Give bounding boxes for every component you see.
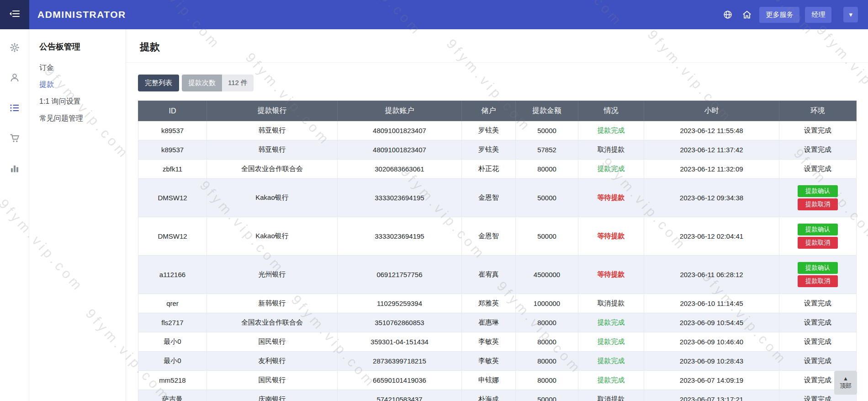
table-row: DMSW12Kakao银行3333023694195金恩智50000等待提款20… xyxy=(138,179,857,217)
cell-time: 2023-06-12 02:04:41 xyxy=(644,217,779,256)
home-icon[interactable] xyxy=(740,8,754,21)
confirm-withdraw-button[interactable]: 提款确认 xyxy=(798,185,838,197)
cell-account: 48091001823407 xyxy=(338,121,462,140)
cell-account: 574210583437 xyxy=(338,390,462,401)
cell-id: 萨吉曼 xyxy=(138,390,207,401)
cell-env: 设置完成 xyxy=(779,160,857,179)
cell-depositor: 金恩智 xyxy=(462,217,516,256)
cell-time: 2023-06-09 10:46:40 xyxy=(644,332,779,352)
sidebar-toggle-icon xyxy=(9,9,20,20)
cell-status: 取消提款 xyxy=(578,390,644,401)
cell-time: 2023-06-12 11:32:09 xyxy=(644,160,779,179)
table-row: a112166光州银行069121757756崔宥真4500000等待提款202… xyxy=(138,256,857,294)
cell-id: DMSW12 xyxy=(138,217,207,256)
cell-env: 设置完成 xyxy=(779,294,857,313)
cancel-withdraw-button[interactable]: 提款取消 xyxy=(798,275,838,287)
cell-depositor: 李敏英 xyxy=(462,352,516,371)
cell-depositor: 朴海成 xyxy=(462,390,516,401)
column-header: 环境 xyxy=(779,101,857,121)
cell-bank: Kakao银行 xyxy=(207,217,338,256)
sidebar-menu-items: 订金提款1:1 询问设置常见问题管理 xyxy=(29,59,126,127)
cell-bank: 韩亚银行 xyxy=(207,121,338,140)
sidebar-menu-title: 公告板管理 xyxy=(29,41,126,59)
cancel-withdraw-button[interactable]: 提款取消 xyxy=(798,198,838,210)
sidebar-menu: 公告板管理 订金提款1:1 询问设置常见问题管理 xyxy=(29,29,126,401)
cell-status: 提款完成 xyxy=(578,371,644,390)
cell-time: 2023-06-12 09:34:38 xyxy=(644,179,779,217)
cell-depositor: 申铉娜 xyxy=(462,371,516,390)
app-title: ADMINISTRATOR xyxy=(37,0,126,29)
cell-id: qrer xyxy=(138,294,207,313)
table-row: qrer新韩银行110295259394郑雅英1000000取消提款2023-0… xyxy=(138,294,857,313)
cell-bank: 全国农业合作联合会 xyxy=(207,313,338,332)
page-title: 提款 xyxy=(140,40,854,54)
table-row: k89537韩亚银行48091001823407罗铉美57852取消提款2023… xyxy=(138,140,857,160)
cell-env: 提款确认提款取消 xyxy=(779,217,857,256)
cell-account: 3020683663061 xyxy=(338,160,462,179)
column-header: 小时 xyxy=(644,101,779,121)
globe-icon[interactable] xyxy=(721,8,735,21)
cell-id: a112166 xyxy=(138,256,207,294)
cell-depositor: 罗铉美 xyxy=(462,121,516,140)
cell-amount: 50000 xyxy=(516,179,578,217)
cell-id: 最小0 xyxy=(138,352,207,371)
more-services-button[interactable]: 更多服务 xyxy=(759,7,799,23)
cell-account: 28736399718215 xyxy=(338,352,462,371)
cell-status: 取消提款 xyxy=(578,294,644,313)
cell-env: 设置完成 xyxy=(779,140,857,160)
cell-amount: 80000 xyxy=(516,352,578,371)
cell-time: 2023-06-07 13:17:21 xyxy=(644,390,779,401)
sidebar-item[interactable]: 常见问题管理 xyxy=(29,110,126,127)
cell-id: 最小0 xyxy=(138,332,207,352)
content-body: 完整列表 提款次数 112 件 ID提款银行提款账户储户提款金额情况小时环境 k… xyxy=(126,63,868,401)
back-to-top-button[interactable]: ▲ 顶部 xyxy=(834,371,857,395)
full-list-button[interactable]: 完整列表 xyxy=(138,75,179,91)
cell-amount: 57852 xyxy=(516,140,578,160)
cell-bank: 友利银行 xyxy=(207,352,338,371)
sidebar-item[interactable]: 订金 xyxy=(29,59,126,76)
cell-bank: 韩亚银行 xyxy=(207,140,338,160)
withdraw-count-button[interactable]: 提款次数 xyxy=(182,75,222,91)
cell-amount: 50000 xyxy=(516,390,578,401)
cell-bank: 庆南银行 xyxy=(207,390,338,401)
confirm-withdraw-button[interactable]: 提款确认 xyxy=(798,224,838,235)
cell-amount: 80000 xyxy=(516,332,578,352)
column-header: 提款金额 xyxy=(516,101,578,121)
table-row: zbfk11全国农业合作联合会3020683663061朴正花80000提款完成… xyxy=(138,160,857,179)
cell-time: 2023-06-12 11:37:42 xyxy=(644,140,779,160)
sidebar-item-settings[interactable] xyxy=(8,42,21,55)
table-row: mm5218国民银行66590101419036申铉娜80000提款完成2023… xyxy=(138,371,857,390)
cell-account: 110295259394 xyxy=(338,294,462,313)
cell-account: 3510762860853 xyxy=(338,313,462,332)
confirm-withdraw-button[interactable]: 提款确认 xyxy=(798,262,838,274)
column-header: ID xyxy=(138,101,207,121)
sidebar-toggle-button[interactable] xyxy=(0,0,29,29)
main-layout: 公告板管理 订金提款1:1 询问设置常见问题管理 提款 完整列表 提款次数 11… xyxy=(0,29,868,401)
chevron-down-icon: ▾ xyxy=(849,11,852,18)
sidebar-item[interactable]: 1:1 询问设置 xyxy=(29,93,126,110)
user-icon xyxy=(9,72,20,85)
sidebar-item[interactable]: 提款 xyxy=(29,76,126,93)
table-row: 萨吉曼庆南银行574210583437朴海成50000取消提款2023-06-0… xyxy=(138,390,857,401)
sidebar-item-orders[interactable] xyxy=(8,133,21,145)
cell-time: 2023-06-10 11:14:45 xyxy=(644,294,779,313)
user-dropdown-button[interactable]: ▾ xyxy=(843,7,858,22)
cell-depositor: 李敏英 xyxy=(462,332,516,352)
cell-amount: 1000000 xyxy=(516,294,578,313)
manager-button[interactable]: 经理 xyxy=(805,7,831,23)
cell-amount: 50000 xyxy=(516,121,578,140)
cell-depositor: 罗铉美 xyxy=(462,140,516,160)
cancel-withdraw-button[interactable]: 提款取消 xyxy=(798,237,838,249)
sidebar-item-users[interactable] xyxy=(8,72,21,85)
toolbar: 完整列表 提款次数 112 件 xyxy=(138,75,855,91)
sidebar-item-board[interactable] xyxy=(8,102,21,115)
cell-account: 3333023694195 xyxy=(338,217,462,256)
table-row: 最小0国民银行359301-04-151434李敏英80000提款完成2023-… xyxy=(138,332,857,352)
cell-account: 3333023694195 xyxy=(338,179,462,217)
table-row: DMSW12Kakao银行3333023694195金恩智50000等待提款20… xyxy=(138,217,857,256)
cell-id: zbfk11 xyxy=(138,160,207,179)
cell-amount: 80000 xyxy=(516,313,578,332)
sidebar-item-stats[interactable] xyxy=(8,163,21,176)
cell-depositor: 朴正花 xyxy=(462,160,516,179)
cell-account: 48091001823407 xyxy=(338,140,462,160)
